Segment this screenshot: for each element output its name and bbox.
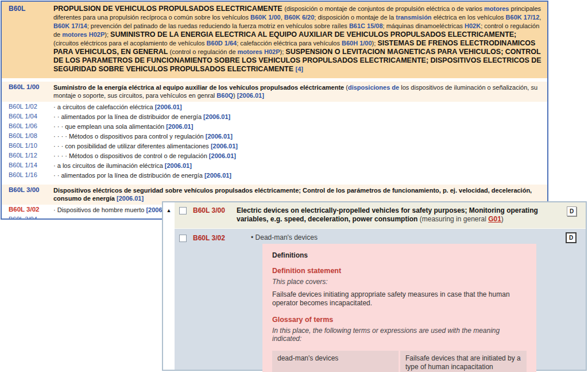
ref-link[interactable]: motores H02P bbox=[62, 31, 105, 38]
select-symbol-checkbox[interactable] bbox=[179, 235, 187, 242]
definitions-panel: ▲ B60L 3/00 Electric devices on electric… bbox=[162, 201, 587, 371]
glossary-heading: Glossary of terms bbox=[272, 316, 527, 324]
scheme-row-b60l-1-08: B60L 1/08 · · · · Métodos o dispositivos… bbox=[2, 131, 547, 141]
collapse-triangle-icon[interactable]: ▲ bbox=[167, 208, 172, 213]
symbol-code-link[interactable]: B60L 3/00 bbox=[2, 186, 53, 202]
ref-link[interactable]: B60Q bbox=[216, 92, 233, 99]
ref-link[interactable]: transmisión bbox=[396, 14, 431, 21]
ref-link[interactable]: B60D 1/64 bbox=[207, 40, 237, 47]
definitions-box: Definitions Definition statement This pl… bbox=[262, 244, 536, 372]
scheme-row-b60l-1-14: B60L 1/14 · a los circuitos de iluminaci… bbox=[2, 160, 547, 170]
glossary-definition-cell: Failsafe devices that are initiated by a… bbox=[400, 351, 527, 372]
scheme-row-b60l-1-10: B60L 1/10 · · · con posibilidad de utili… bbox=[2, 141, 547, 151]
class-code-link[interactable]: B60L bbox=[2, 5, 53, 74]
scheme-row-b60l-1-04: B60L 1/04 · · alimentados por la línea d… bbox=[2, 112, 547, 121]
symbol-code-link[interactable]: B60L 3/04 bbox=[2, 216, 53, 218]
definition-statement-intro: This place covers: bbox=[272, 278, 527, 286]
class-header-row: B60L PROPULSION DE VEHICULOS PROPULSADOS… bbox=[2, 2, 547, 78]
ref-link[interactable]: [2006.01] bbox=[211, 143, 238, 149]
ref-link[interactable]: [2006.01] bbox=[155, 103, 182, 110]
scheme-row-b60l-1-06: B60L 1/06 · · · que emplean una sola ali… bbox=[2, 121, 547, 131]
page: B60L PROPULSION DE VEHICULOS PROPULSADOS… bbox=[0, 0, 588, 372]
glossary-intro: In this place, the following terms or ex… bbox=[272, 327, 527, 343]
symbol-text: · · · que emplean una sola alimentación … bbox=[53, 122, 547, 131]
symbol-title-text: Electric devices on electrically-propell… bbox=[237, 206, 554, 224]
glossary-term-cell: dead-man's devices bbox=[272, 351, 399, 372]
ref-link[interactable]: H02K bbox=[465, 22, 481, 29]
symbol-code-link[interactable]: B60L 1/14 bbox=[2, 162, 53, 170]
definition-statement-heading: Definition statement bbox=[272, 267, 527, 275]
symbol-text: · · · · Métodos o dispositivos para cont… bbox=[53, 132, 547, 140]
ref-link[interactable]: G01 bbox=[488, 215, 501, 223]
ref-link[interactable]: disposiciones de bbox=[348, 84, 399, 91]
symbol-code-link[interactable]: B60L 1/02 bbox=[2, 103, 53, 111]
ref-link[interactable]: [2006.01] bbox=[237, 92, 264, 99]
symbol-code-link[interactable]: B60L 1/10 bbox=[2, 142, 53, 150]
ref-link[interactable]: B60K 17/14 bbox=[53, 22, 87, 29]
ref-link[interactable]: B60H 1/00 bbox=[342, 40, 372, 47]
symbol-text: · · alimentados por la línea de distribu… bbox=[53, 171, 547, 179]
ref-link[interactable]: B60K 1/00 bbox=[250, 14, 281, 21]
symbol-code-link[interactable]: B60L 3/02 bbox=[2, 206, 53, 214]
ref-link[interactable]: motores H02P bbox=[238, 48, 280, 55]
symbol-code-link[interactable]: B60L 1/08 bbox=[2, 132, 53, 140]
ref-link[interactable]: [2006.01] bbox=[166, 123, 193, 130]
symbol-text: · · · · Métodos o dispositivos de contro… bbox=[53, 152, 547, 160]
symbol-code-link[interactable]: B60L 1/16 bbox=[2, 171, 53, 179]
symbol-title-text: • Dead-man's devices bbox=[237, 233, 554, 242]
ref-link[interactable]: motores bbox=[484, 5, 509, 12]
ref-link[interactable]: [2006.01] bbox=[165, 162, 192, 169]
symbol-text: · · · con posibilidad de utilizar difere… bbox=[53, 142, 547, 150]
scheme-row-b60l-1-16: B60L 1/16 · · alimentados por la línea d… bbox=[2, 170, 547, 180]
symbol-text: Suministro de la energía eléctrica al eq… bbox=[53, 83, 547, 99]
select-symbol-checkbox[interactable] bbox=[179, 207, 187, 214]
ref-link[interactable]: [2006.01] bbox=[209, 152, 236, 159]
ref-link[interactable]: B60K 17/12 bbox=[506, 14, 540, 21]
symbol-code-link[interactable]: B60L 1/12 bbox=[2, 152, 53, 160]
symbol-code-link[interactable]: B60L 1/04 bbox=[2, 113, 53, 121]
ref-link[interactable]: [2006.01] bbox=[203, 113, 230, 120]
spacer bbox=[2, 180, 547, 185]
scheme-row-b60l-1-00: B60L 1/00 Suministro de la energía eléct… bbox=[2, 82, 547, 102]
ref-link[interactable]: [2006.01] bbox=[117, 195, 144, 202]
scheme-row-b60l-1-12: B60L 1/12 · · · · Métodos o dispositivos… bbox=[2, 151, 547, 160]
ref-link[interactable]: B60K 6/20 bbox=[284, 14, 315, 21]
definition-button-active[interactable]: D bbox=[566, 232, 577, 243]
class-title-text: PROPULSION DE VEHICULOS PROPULSADOS ELEC… bbox=[53, 5, 547, 74]
definitions-title: Definitions bbox=[272, 251, 527, 259]
definition-statement-body: Failsafe devices initiating appropriate … bbox=[272, 290, 525, 308]
ref-link[interactable]: [4] bbox=[296, 66, 303, 72]
ref-link[interactable]: B61C 15/08 bbox=[349, 22, 383, 29]
glossary-table: dead-man's devices Failsafe devices that… bbox=[272, 351, 527, 372]
tree-gutter: ▲ bbox=[163, 202, 175, 370]
definition-row-b60l-3-02: B60L 3/02 • Dead-man's devices D bbox=[175, 229, 586, 246]
symbol-text: Dispositivos eléctricos de seguridad sob… bbox=[53, 186, 547, 202]
symbol-text: · a circuitos de calefacción eléctrica [… bbox=[53, 103, 547, 111]
symbol-text: · a los circuitos de iluminación eléctri… bbox=[53, 162, 547, 170]
ref-link[interactable]: [2006.01] bbox=[206, 133, 233, 140]
definition-button[interactable]: D bbox=[567, 206, 577, 216]
symbol-code-link[interactable]: B60L 3/00 bbox=[193, 206, 237, 214]
scheme-row-b60l-1-02: B60L 1/02 · a circuitos de calefacción e… bbox=[2, 102, 547, 112]
symbol-code-link[interactable]: B60L 3/02 bbox=[193, 234, 237, 242]
ref-link[interactable]: [2006.01] bbox=[204, 172, 231, 179]
definition-row-b60l-3-00: B60L 3/00 Electric devices on electrical… bbox=[175, 202, 586, 229]
symbol-code-link[interactable]: B60L 1/00 bbox=[2, 83, 53, 99]
symbol-code-link[interactable]: B60L 1/06 bbox=[2, 122, 53, 131]
classification-scheme-panel: B60L PROPULSION DE VEHICULOS PROPULSADOS… bbox=[1, 1, 548, 220]
symbol-text: · · alimentados por la línea de distribu… bbox=[53, 113, 547, 121]
